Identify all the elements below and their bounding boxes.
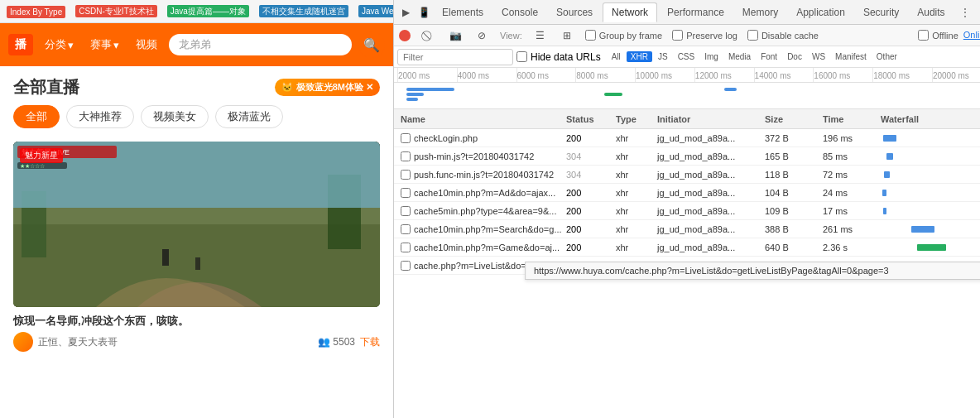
tab-memory[interactable]: Memory	[734, 3, 786, 22]
video-thumbnail: 魅力新星 LIVE ★★☆☆☆ 魅力新星	[13, 142, 380, 307]
table-row[interactable]: cache10min.php?m=Search&do=g... 200 xhr …	[394, 220, 980, 238]
grouped-view-icon[interactable]: ⊞	[559, 27, 575, 44]
row-checkbox[interactable]	[401, 206, 411, 216]
tab-audits[interactable]: Audits	[909, 3, 953, 22]
nav-category[interactable]: 分类 ▾	[40, 34, 79, 55]
row-type: xhr	[612, 206, 654, 216]
hide-data-urls-checkbox[interactable]: Hide data URLs	[516, 51, 601, 63]
type-font[interactable]: Font	[757, 51, 781, 62]
waterfall-bar	[911, 226, 934, 233]
inspect-icon[interactable]: ▶	[397, 4, 414, 21]
ruler-mark-12000: 12000 ms	[694, 68, 754, 82]
table-row[interactable]: checkLogin.php 200 xhr jg_ud_mod_a89a...…	[394, 129, 980, 147]
col-size[interactable]: Size	[761, 114, 819, 124]
timeline-requests	[394, 83, 980, 109]
row-initiator: jg_ud_mod_a89a...	[654, 133, 761, 143]
offline-checkbox[interactable]: Offline	[918, 30, 958, 41]
type-manifest[interactable]: Manifest	[831, 51, 871, 62]
row-checkbox[interactable]	[401, 261, 411, 271]
row-size: 640 B	[761, 243, 819, 252]
col-status[interactable]: Status	[563, 114, 612, 124]
type-media[interactable]: Media	[724, 51, 755, 62]
svg-text:★★☆☆☆: ★★☆☆☆	[20, 163, 45, 169]
browser-tabs[interactable]: Index By Type CSDN-专业IT技术社 Java提高篇——对象 不…	[0, 0, 393, 23]
table-row[interactable]: push-min.js?t=201804031742 304 xhr jg_ud…	[394, 147, 980, 166]
table-row[interactable]: cache10min.php?m=Ad&do=ajax... 200 xhr j…	[394, 184, 980, 202]
quality-badge[interactable]: 🐱 极致蓝光8M体验 ✕	[275, 79, 380, 96]
video-card[interactable]: 魅力新星 LIVE ★★☆☆☆ 魅力新星	[13, 142, 380, 307]
download-label[interactable]: 下载	[360, 335, 380, 349]
clear-icon[interactable]: ⃠	[420, 27, 437, 44]
nav-video[interactable]: 视频	[131, 34, 162, 55]
filter-icon[interactable]: ⊘	[473, 27, 490, 44]
type-xhr[interactable]: XHR	[627, 51, 652, 62]
type-js[interactable]: JS	[654, 51, 672, 62]
video-info: 惊现一名导师,冲段这个东西，咳咳。 正恒、夏天大表哥 👥 5503 下载	[13, 307, 380, 358]
row-file-name: cache10min.php?m=Game&do=aj...	[414, 243, 560, 252]
group-by-frame-checkbox[interactable]: Group by frame	[585, 30, 662, 41]
row-checkbox[interactable]	[401, 243, 411, 252]
viewer-icon: 👥	[318, 336, 330, 348]
search-button[interactable]: 🔍	[358, 31, 385, 58]
col-name[interactable]: Name	[397, 114, 563, 124]
tab-application[interactable]: Application	[788, 3, 853, 22]
row-status: 200	[563, 206, 612, 216]
col-time[interactable]: Time	[819, 114, 877, 124]
tab-security[interactable]: Security	[855, 3, 907, 22]
row-size: 118 B	[761, 170, 819, 180]
row-file-name: checkLogin.php	[414, 133, 478, 143]
row-checkbox[interactable]	[401, 188, 411, 198]
row-size: 109 B	[761, 206, 819, 216]
type-doc[interactable]: Doc	[783, 51, 806, 62]
type-ws[interactable]: WS	[808, 51, 829, 62]
devtools-tab-bar: ▶ 📱 Elements Console Sources Network Per…	[394, 0, 980, 25]
row-checkbox[interactable]	[401, 151, 411, 161]
row-checkbox[interactable]	[401, 133, 411, 143]
tab-java[interactable]: Java提高篇——对象	[164, 4, 252, 19]
viewer-count: 👥 5503	[318, 336, 355, 348]
type-other[interactable]: Other	[872, 51, 901, 62]
nav-events[interactable]: 赛事 ▾	[85, 34, 124, 55]
filter-tab-hd[interactable]: 极清蓝光	[215, 105, 283, 128]
filter-tab-masters[interactable]: 大神推荐	[66, 105, 134, 128]
filter-input[interactable]	[397, 49, 513, 65]
col-waterfall[interactable]: Waterfall	[877, 114, 980, 124]
col-initiator[interactable]: Initiator	[654, 114, 761, 124]
disable-cache-checkbox[interactable]: Disable cache	[747, 30, 819, 41]
type-css[interactable]: CSS	[674, 51, 699, 62]
close-devtools-icon[interactable]: ✕	[975, 4, 980, 21]
tab-sources[interactable]: Sources	[548, 3, 601, 22]
preserve-log-checkbox[interactable]: Preserve log	[672, 30, 737, 41]
more-options-icon[interactable]: ⋮	[957, 4, 973, 21]
tab-csdn[interactable]: CSDN-专业IT技术社	[72, 4, 161, 19]
tab-console[interactable]: Console	[493, 3, 546, 22]
filter-tab-all[interactable]: 全部	[13, 105, 60, 128]
type-img[interactable]: Img	[700, 51, 723, 62]
table-row[interactable]: push.func-min.js?t=201804031742 304 xhr …	[394, 166, 980, 184]
list-view-icon[interactable]: ☰	[532, 27, 549, 44]
tab-javaweb[interactable]: Java Web - 随笔分	[355, 4, 393, 19]
avatar	[13, 332, 33, 352]
device-icon[interactable]: 📱	[416, 4, 432, 21]
row-time: 85 ms	[819, 151, 877, 161]
col-type[interactable]: Type	[612, 114, 654, 124]
search-text: 龙弟弟	[179, 37, 211, 52]
type-all[interactable]: All	[608, 51, 625, 62]
tab-network[interactable]: Network	[603, 2, 657, 22]
row-checkbox[interactable]	[401, 224, 411, 234]
table-row[interactable]: cache5min.php?type=4&area=9&... 200 xhr …	[394, 202, 980, 220]
svg-rect-6	[162, 249, 169, 266]
row-checkbox[interactable]	[401, 170, 411, 180]
tab-performance[interactable]: Performance	[659, 3, 733, 22]
ruler-mark-16000: 16000 ms	[813, 68, 872, 82]
record-button[interactable]	[399, 30, 411, 41]
tab-maze[interactable]: 不相交集生成随机迷宫	[256, 4, 352, 19]
table-row[interactable]: cache10min.php?m=Game&do=aj... 200 xhr j…	[394, 238, 980, 257]
row-waterfall	[877, 238, 980, 257]
camera-icon[interactable]: 📷	[447, 27, 464, 44]
tab-index-by-type[interactable]: Index By Type	[3, 5, 69, 18]
filter-tab-beauty[interactable]: 视频美女	[141, 105, 209, 128]
devtools-panel: ▶ 📱 Elements Console Sources Network Per…	[393, 0, 980, 418]
video-grid: 魅力新星 LIVE ★★☆☆☆ 魅力新星 惊现一名导师,冲段这个东西，咳咳。 正…	[0, 135, 393, 365]
tab-elements[interactable]: Elements	[434, 3, 492, 22]
